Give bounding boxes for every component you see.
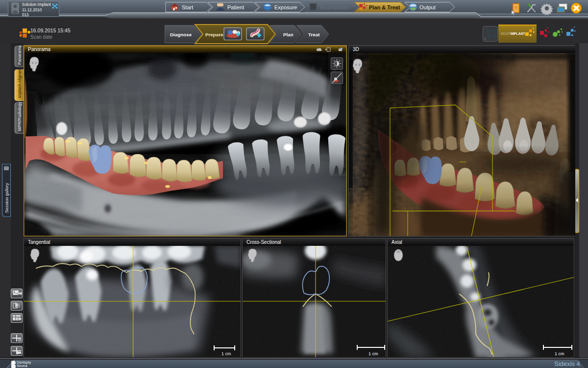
svg-text:Sidexis 4: Sidexis 4 [554, 360, 580, 368]
svg-text:Solution Implant: Solution Implant [22, 2, 51, 7]
svg-text:Plan: Plan [283, 32, 294, 37]
svg-text:1 cm: 1 cm [368, 351, 378, 356]
svg-text:16.09.2015 15:45: 16.09.2015 15:45 [30, 27, 71, 33]
svg-text:Prepare: Prepare [205, 32, 223, 37]
svg-text:3D: 3D [353, 47, 359, 52]
svg-text:1 cm: 1 cm [555, 351, 564, 356]
svg-text:Output: Output [419, 4, 436, 10]
svg-text:Implant-Aligned: Implant-Aligned [17, 69, 22, 98]
svg-text:Tangential: Tangential [28, 239, 50, 245]
svg-text:Panorama: Panorama [28, 47, 51, 52]
svg-text:1 cm: 1 cm [221, 351, 231, 356]
svg-text:Cross-Sectional: Cross-Sectional [246, 239, 281, 245]
svg-text:?: ? [514, 6, 517, 11]
svg-text:Start: Start [182, 4, 193, 10]
svg-text:Sirona: Sirona [17, 364, 28, 368]
svg-text:Patient: Patient [227, 4, 244, 10]
svg-text:Treat: Treat [308, 32, 320, 37]
svg-text:Examination: Examination [320, 4, 350, 10]
svg-text:Axial: Axial [392, 239, 402, 245]
svg-text:Scan date: Scan date [30, 34, 52, 40]
svg-text:SICATIMPLANT: SICATIMPLANT [501, 32, 526, 35]
svg-text:Session gallery: Session gallery [4, 183, 9, 213]
svg-text:Diagnose: Diagnose [170, 32, 192, 37]
svg-text:Plan & Treat: Plan & Treat [369, 4, 400, 10]
svg-text:MPR/Radiology: MPR/Radiology [17, 102, 22, 131]
svg-text:Panorama: Panorama [17, 45, 22, 65]
svg-text:0: 0 [484, 37, 487, 41]
svg-text:11.12.2010: 11.12.2010 [22, 8, 42, 12]
svg-text:013: 013 [22, 13, 29, 17]
svg-text:Exposure: Exposure [274, 4, 297, 10]
